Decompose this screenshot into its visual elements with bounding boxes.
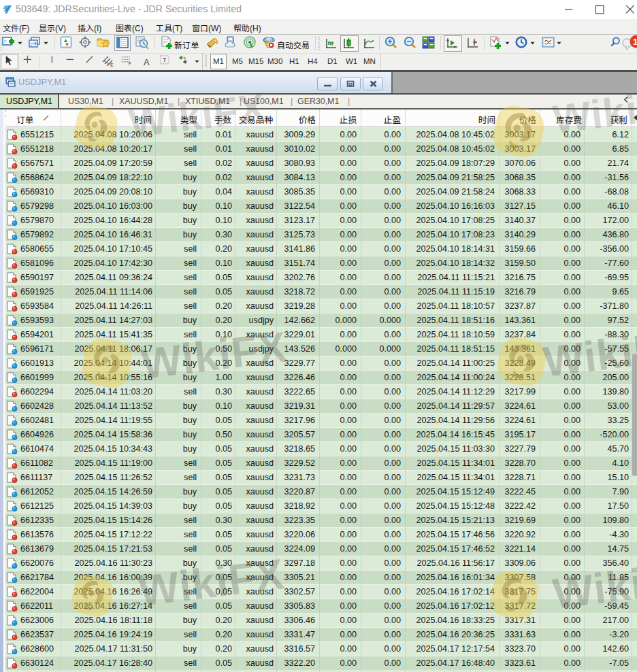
svg-text:T: T — [163, 56, 166, 63]
svg-text:1: 1 — [633, 37, 637, 47]
svg-text:E: E — [110, 63, 114, 67]
svg-text:F: F — [129, 61, 131, 66]
